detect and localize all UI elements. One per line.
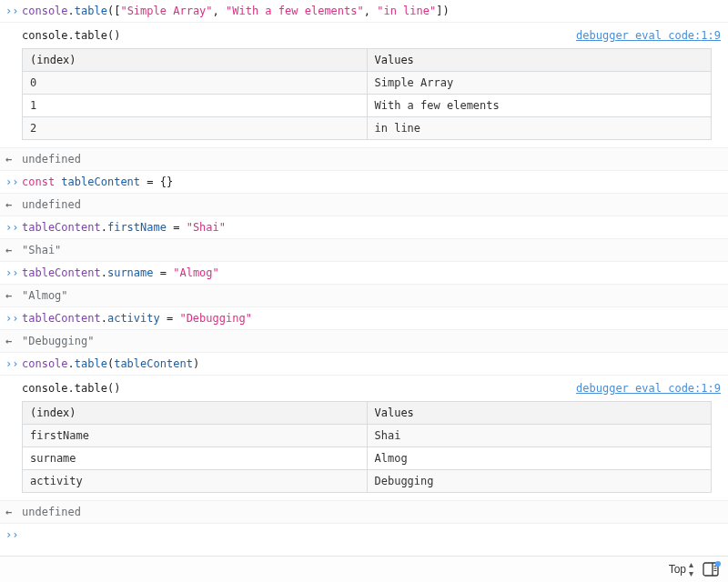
table-row[interactable]: firstNameShai bbox=[23, 425, 712, 447]
console-input-row[interactable]: ››const tableContent = {} bbox=[0, 171, 728, 194]
code-token: = bbox=[140, 176, 160, 188]
code-token: "Simple Array" bbox=[120, 5, 212, 17]
code-token: "Almog" bbox=[173, 266, 219, 279]
input-chevron-icon: ›› bbox=[5, 528, 22, 541]
code-token: ) bbox=[193, 357, 199, 370]
input-chevron-icon: ›› bbox=[5, 265, 22, 281]
table-header-cell[interactable]: Values bbox=[367, 49, 712, 72]
output-arrow-icon: ← bbox=[5, 151, 22, 167]
console-input-row[interactable]: ››console.table(["Simple Array", "With a… bbox=[0, 0, 728, 23]
console-result-row: ←"Debugging" bbox=[0, 330, 728, 353]
frame-selector-label: Top bbox=[669, 563, 686, 576]
console-footer: Top ▴▾ bbox=[0, 556, 728, 582]
input-code: console.table(tableContent) bbox=[22, 356, 723, 372]
code-token: "Almog" bbox=[22, 289, 68, 302]
code-token: {} bbox=[160, 176, 173, 188]
code-token: const bbox=[22, 176, 61, 188]
code-token: activity bbox=[107, 312, 160, 325]
code-token: tableContent bbox=[61, 176, 140, 188]
sidebar-toggle-icon[interactable] bbox=[703, 562, 719, 577]
table-index-cell: firstName bbox=[23, 425, 368, 447]
table-row[interactable]: surnameAlmog bbox=[23, 447, 712, 470]
result-value: undefined bbox=[22, 504, 723, 520]
code-token: tableContent bbox=[22, 266, 101, 279]
console-result-row: ←undefined bbox=[0, 148, 728, 171]
code-token: = bbox=[154, 266, 174, 279]
table-value-cell: in line bbox=[367, 117, 712, 140]
input-chevron-icon: ›› bbox=[5, 356, 22, 372]
code-token: "Shai" bbox=[22, 244, 61, 256]
code-token: . bbox=[68, 357, 75, 370]
table-index-cell: 0 bbox=[23, 72, 368, 95]
code-token: tableContent bbox=[22, 221, 101, 234]
result-value: undefined bbox=[22, 151, 723, 167]
table-index-cell: surname bbox=[23, 447, 368, 470]
table-header-cell[interactable]: (index) bbox=[23, 402, 368, 425]
console-input-row[interactable]: ››tableContent.surname = "Almog" bbox=[0, 262, 728, 285]
code-token: firstName bbox=[107, 221, 167, 234]
code-token: "Debugging" bbox=[179, 312, 251, 325]
console-input-row[interactable]: ››tableContent.activity = "Debugging" bbox=[0, 307, 728, 330]
result-value: undefined bbox=[22, 196, 723, 213]
console-result-row: ←"Almog" bbox=[0, 285, 728, 307]
table-value-cell: Shai bbox=[367, 425, 712, 447]
table-output-label: console.table() bbox=[22, 382, 120, 395]
input-code: console.table(["Simple Array", "With a f… bbox=[22, 3, 723, 19]
code-token: table bbox=[75, 5, 107, 17]
code-token: "Debugging" bbox=[22, 335, 94, 347]
table-index-cell: 1 bbox=[23, 95, 368, 117]
input-code: const tableContent = {} bbox=[22, 174, 723, 190]
console-table: (index)Values0Simple Array1With a few el… bbox=[22, 48, 712, 140]
code-token: table bbox=[75, 357, 107, 370]
code-token: console bbox=[22, 357, 68, 370]
code-token: "With a few elements" bbox=[226, 5, 364, 17]
table-header-cell[interactable]: (index) bbox=[23, 49, 368, 72]
table-row[interactable]: activityDebugging bbox=[23, 470, 712, 493]
table-value-cell: With a few elements bbox=[367, 95, 712, 117]
input-chevron-icon: ›› bbox=[5, 310, 22, 326]
output-arrow-icon: ← bbox=[5, 196, 22, 213]
code-token: undefined bbox=[22, 153, 81, 166]
code-token: console bbox=[22, 5, 68, 17]
console-input-row[interactable]: ››console.table(tableContent) bbox=[0, 353, 728, 376]
table-row[interactable]: 2in line bbox=[23, 117, 712, 140]
table-value-cell: Almog bbox=[367, 447, 712, 470]
console-table: (index)ValuesfirstNameShaisurnameAlmogac… bbox=[22, 401, 712, 493]
console-table-output: console.table()debugger eval code:1:9(in… bbox=[0, 376, 728, 501]
code-token: "Shai" bbox=[187, 221, 226, 234]
code-token: , bbox=[364, 5, 377, 17]
source-link[interactable]: debugger eval code:1:9 bbox=[576, 29, 723, 42]
code-token: = bbox=[160, 312, 180, 325]
code-token: tableContent bbox=[22, 312, 101, 325]
code-token: "in line" bbox=[377, 5, 436, 17]
table-row[interactable]: 0Simple Array bbox=[23, 72, 712, 95]
result-value: "Shai" bbox=[22, 242, 723, 258]
output-arrow-icon: ← bbox=[5, 287, 22, 304]
result-value: "Almog" bbox=[22, 287, 723, 304]
output-arrow-icon: ← bbox=[5, 504, 22, 520]
input-chevron-icon: ›› bbox=[5, 219, 22, 236]
output-arrow-icon: ← bbox=[5, 242, 22, 258]
table-header-cell[interactable]: Values bbox=[367, 402, 712, 425]
notification-dot-icon bbox=[715, 561, 721, 567]
source-link[interactable]: debugger eval code:1:9 bbox=[576, 382, 723, 395]
table-row[interactable]: 1With a few elements bbox=[23, 95, 712, 117]
sort-arrows-icon: ▴▾ bbox=[689, 560, 693, 578]
console-table-output: console.table()debugger eval code:1:9(in… bbox=[0, 23, 728, 148]
input-chevron-icon: ›› bbox=[5, 174, 22, 190]
console-prompt-row[interactable]: ›› bbox=[0, 524, 728, 546]
input-code: tableContent.firstName = "Shai" bbox=[22, 219, 723, 236]
code-token: tableContent bbox=[114, 357, 193, 370]
frame-selector[interactable]: Top ▴▾ bbox=[669, 560, 693, 578]
output-arrow-icon: ← bbox=[5, 333, 22, 349]
code-token: undefined bbox=[22, 198, 81, 211]
input-chevron-icon: ›› bbox=[5, 3, 22, 19]
console-input-row[interactable]: ››tableContent.firstName = "Shai" bbox=[0, 216, 728, 239]
table-value-cell: Debugging bbox=[367, 470, 712, 493]
console-result-row: ←undefined bbox=[0, 194, 728, 216]
code-token: , bbox=[213, 5, 226, 17]
console-log: ››console.table(["Simple Array", "With a… bbox=[0, 0, 728, 524]
input-code: tableContent.activity = "Debugging" bbox=[22, 310, 723, 326]
table-value-cell: Simple Array bbox=[367, 72, 712, 95]
console-result-row: ←"Shai" bbox=[0, 239, 728, 262]
